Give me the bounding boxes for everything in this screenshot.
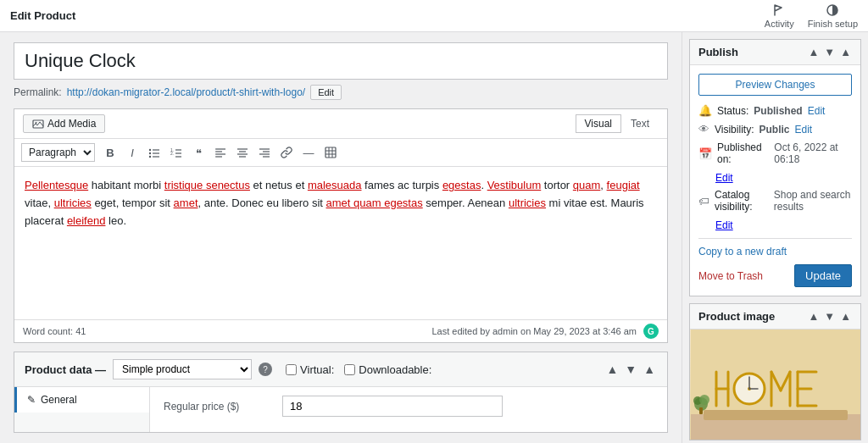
product-data-label: Product data — [25, 363, 106, 376]
table-icon [325, 147, 337, 158]
preview-changes-button[interactable]: Preview Changes [698, 74, 852, 96]
publish-box-header: Publish ▲ ▼ ▲ [690, 40, 860, 65]
content-link-quam[interactable]: quam [573, 179, 601, 191]
product-data-up[interactable]: ▲ [604, 363, 620, 376]
catalog-edit-link[interactable]: Edit [715, 219, 733, 231]
regular-price-row: Regular price ($) [164, 396, 654, 417]
product-data-box: Product data — Simple product Grouped pr… [14, 352, 668, 433]
content-link-egestas1[interactable]: egestas [442, 179, 481, 191]
publish-box: Publish ▲ ▼ ▲ Preview Changes 🔔 Status: … [689, 39, 861, 296]
editor-content[interactable]: Pellentesque habitant morbi tristique se… [14, 167, 667, 319]
general-tab-icon: ✎ [27, 394, 36, 406]
top-bar: Edit Product Activity Finish setup [0, 0, 868, 32]
product-image-content[interactable] [690, 329, 860, 440]
permalink-url[interactable]: http://dokan-migrator-2.local/product/t-… [67, 86, 305, 98]
product-type-select[interactable]: Simple product Grouped product External/… [113, 359, 252, 379]
editor-box: Add Media Visual Text Paragraph B I [14, 108, 668, 343]
table-button[interactable] [320, 142, 341, 163]
product-image-down[interactable]: ▼ [823, 310, 836, 323]
align-left-button[interactable] [210, 142, 231, 163]
product-image-up[interactable]: ▲ [807, 310, 820, 323]
content-link-amet1[interactable]: amet [174, 197, 198, 209]
align-right-button[interactable] [254, 142, 275, 163]
editor-footer: Word count: 41 Last edited by admin on M… [14, 319, 667, 342]
publish-actions: Move to Trash Update [698, 261, 852, 287]
align-left-icon [214, 147, 226, 158]
blockquote-button[interactable]: ❝ [188, 142, 209, 163]
content-link-ultricies1[interactable]: ultricies [54, 197, 92, 209]
product-image-collapse[interactable]: ▲ [839, 310, 852, 323]
update-button[interactable]: Update [794, 264, 852, 287]
regular-price-input[interactable] [282, 396, 503, 417]
editor-toolbar-top: Add Media Visual Text [14, 109, 667, 139]
help-icon[interactable]: ? [259, 363, 272, 376]
align-right-icon [259, 147, 270, 158]
tab-visual[interactable]: Visual [576, 114, 621, 133]
downloadable-checkbox[interactable] [344, 364, 355, 375]
format-select[interactable]: Paragraph [21, 143, 95, 162]
svg-point-3 [149, 149, 151, 151]
publish-collapse[interactable]: ▲ [839, 46, 852, 58]
main-layout: Permalink: http://dokan-migrator-2.local… [0, 32, 868, 443]
copy-draft-button[interactable]: Copy to a new draft [698, 246, 787, 257]
finish-setup-button[interactable]: Finish setup [808, 3, 858, 29]
publish-arrows: ▲ ▼ ▲ [807, 46, 852, 58]
top-bar-actions: Activity Finish setup [765, 3, 858, 29]
visual-text-tabs: Visual Text [576, 114, 659, 133]
flag-icon [772, 3, 786, 17]
svg-point-51 [699, 395, 709, 405]
content-link-eleifend[interactable]: eleifend [67, 214, 106, 227]
status-edit-link[interactable]: Edit [808, 105, 826, 117]
unordered-list-button[interactable] [144, 142, 164, 163]
bold-button[interactable]: B [100, 142, 120, 163]
published-label: Published on: [717, 141, 769, 165]
tab-text[interactable]: Text [621, 114, 659, 133]
content-link-tristique[interactable]: tristique senectus [164, 179, 250, 191]
publish-down[interactable]: ▼ [823, 46, 836, 58]
published-edit-link[interactable]: Edit [715, 172, 733, 184]
svg-point-4 [149, 152, 151, 154]
content-link-malesuada[interactable]: malesuada [308, 179, 362, 191]
italic-button[interactable]: I [122, 142, 142, 163]
word-count-display: Word count: 41 [23, 326, 86, 336]
product-image-arrows: ▲ ▼ ▲ [807, 310, 852, 323]
catalog-icon: 🏷 [698, 195, 709, 208]
add-media-button[interactable]: Add Media [23, 114, 105, 133]
product-data-arrows: ▲ ▼ ▲ [604, 363, 657, 376]
catalog-row: 🏷 Catalog visibility: Shop and search re… [698, 189, 852, 213]
content-link-feugiat[interactable]: feugiat [607, 179, 640, 191]
svg-rect-26 [326, 147, 336, 158]
catalog-value: Shop and search results [774, 189, 852, 213]
activity-button[interactable]: Activity [765, 3, 794, 29]
status-label: Status: [717, 105, 748, 117]
word-count-label: Word count: [23, 326, 73, 336]
align-center-button[interactable] [232, 142, 253, 163]
published-row: 📅 Published on: Oct 6, 2022 at 06:18 [698, 141, 852, 165]
visibility-label: Visibility: [715, 124, 754, 136]
product-data-down[interactable]: ▼ [623, 363, 638, 376]
ordered-list-button[interactable]: 1. 2. [166, 142, 186, 163]
tab-general[interactable]: ✎ General [14, 387, 149, 413]
publish-up[interactable]: ▲ [807, 46, 820, 58]
link-button[interactable] [276, 142, 297, 163]
svg-point-5 [149, 156, 151, 158]
svg-rect-33 [704, 410, 848, 420]
general-tab-label: General [41, 394, 77, 406]
svg-rect-52 [699, 407, 703, 414]
product-data-collapse[interactable]: ▲ [642, 363, 657, 376]
content-area: Permalink: http://dokan-migrator-2.local… [0, 32, 682, 443]
content-link-vestibulum[interactable]: Vestibulum [487, 179, 542, 191]
content-link-ultricies2[interactable]: ultricies [509, 197, 546, 209]
product-fields: Regular price ($) [150, 387, 667, 432]
post-title-input[interactable] [14, 42, 668, 80]
visibility-edit-link[interactable]: Edit [794, 124, 812, 136]
finish-setup-icon [826, 3, 839, 17]
ol-icon: 1. 2. [170, 147, 182, 158]
content-link-amet2[interactable]: amet quam egestas [326, 197, 423, 209]
virtual-checkbox[interactable] [286, 364, 297, 375]
content-link-pellentesque[interactable]: Pellentesque [25, 179, 88, 191]
page-title: Edit Product [10, 9, 75, 22]
permalink-edit-button[interactable]: Edit [310, 85, 342, 100]
more-button[interactable]: — [298, 142, 319, 163]
move-to-trash-button[interactable]: Move to Trash [698, 270, 763, 282]
